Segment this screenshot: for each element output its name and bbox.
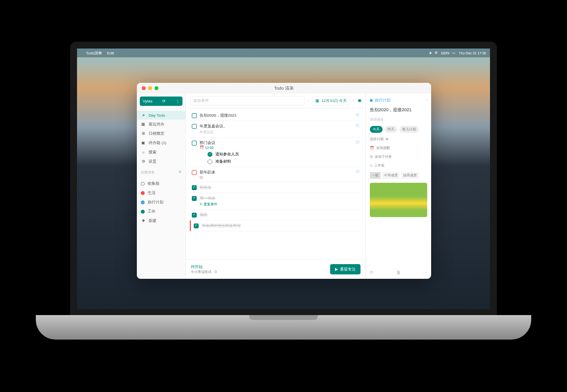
- chevron-right-icon[interactable]: ›: [426, 98, 427, 102]
- delete-icon[interactable]: 🗑: [396, 270, 401, 275]
- wifi-icon[interactable]: ◈: [429, 51, 432, 55]
- checkbox[interactable]: [192, 185, 197, 190]
- checkbox[interactable]: [192, 170, 197, 175]
- dot-icon: [141, 210, 145, 214]
- task-item[interactable]: 晨跑: [190, 210, 361, 220]
- nav-day-todo[interactable]: ☀Day Todo: [137, 111, 185, 120]
- flag-icon[interactable]: [356, 123, 360, 127]
- diamond-icon: ◇: [370, 164, 372, 168]
- checkbox[interactable]: [192, 196, 197, 201]
- task-item[interactable]: 告别2020，迎接2021: [190, 110, 361, 121]
- battery-icon[interactable]: ▭: [452, 51, 456, 55]
- sun-icon: ☀: [141, 113, 146, 118]
- refresh-icon[interactable]: ⟳: [370, 270, 374, 275]
- task-item[interactable]: 部门会议⏰12:00通知参会人员准备材料: [190, 138, 361, 167]
- harvest-text: 今日番茄收成：0: [191, 270, 217, 274]
- subtask-radio[interactable]: [207, 152, 212, 157]
- calendar-icon: ▦: [141, 122, 146, 127]
- task-item[interactable]: 年度复盘会议。年度总结: [190, 121, 361, 138]
- task-item[interactable]: 新年趴体🖼: [190, 167, 361, 182]
- sidebar: Vytas ⟳ ⋮ ☀Day Todo ▦最近待办 ⊞日程概览 ▣待办箱 (1)…: [137, 94, 186, 279]
- repeat-icon: ↻: [200, 202, 203, 206]
- checkbox[interactable]: [192, 213, 197, 218]
- list-life[interactable]: 生活: [137, 188, 185, 197]
- diff-normal[interactable]: 一般: [370, 172, 381, 179]
- diff-high[interactable]: 较高难度: [401, 172, 419, 179]
- flag-icon[interactable]: [356, 140, 360, 144]
- detail-panel: 旅行计划 › 告别2020，迎接2021 添加描述 今天 明天 暂无日期 选择日…: [365, 94, 431, 279]
- add-event-input[interactable]: 添加事件: [190, 96, 305, 105]
- detail-desc[interactable]: 添加描述: [370, 117, 427, 122]
- nav-recent[interactable]: ▦最近待办: [137, 120, 185, 129]
- flag-icon[interactable]: [356, 170, 360, 173]
- chip-today[interactable]: 今天: [370, 126, 383, 133]
- sync-icon[interactable]: ⟳: [162, 99, 166, 103]
- task-item[interactable]: 市场调研报告模板整理: [190, 220, 361, 231]
- focus-icon[interactable]: ✺: [358, 98, 361, 103]
- diff-medium[interactable]: 中等难度: [382, 172, 400, 179]
- laptop-frame: Todo清单 Edit ◈ ⚙ 100% ▭ Thu Dec 31 17:36 …: [36, 42, 531, 350]
- main-panel: 添加事件 ‹ ▦ 12月31日 今天 › ✺ 告别2020，迎接2021 年度复…: [186, 94, 365, 279]
- checkbox[interactable]: [194, 223, 199, 228]
- edit-menu[interactable]: Edit: [107, 51, 114, 55]
- user-badge[interactable]: Vytas ⟳ ⋮: [140, 97, 182, 106]
- task-item[interactable]: 周一例会↻ 重复事件: [190, 193, 361, 210]
- datetime[interactable]: Thu Dec 31 17:36: [459, 51, 486, 55]
- nav-inbox[interactable]: ▣待办箱 (1): [137, 138, 185, 147]
- footer: 待开始 今日番茄收成：0 ▶ 番茄专注: [186, 259, 365, 279]
- subtask-icon: ⊟: [370, 155, 373, 159]
- detail-title[interactable]: 告别2020，迎接2021: [370, 107, 427, 113]
- status-text: 待开始: [191, 264, 217, 270]
- nav-search[interactable]: ⌕搜索: [137, 147, 185, 157]
- list-new[interactable]: ✚新建: [137, 216, 185, 225]
- subtask-radio[interactable]: [207, 159, 212, 164]
- alarm-icon: ⏰: [370, 146, 374, 150]
- dot-icon: [141, 182, 145, 186]
- image-icon: 🖼: [200, 176, 353, 179]
- clock-icon: ⏰: [200, 146, 204, 149]
- menu-icon[interactable]: ⋮: [176, 99, 180, 103]
- next-day-button[interactable]: ›: [353, 98, 355, 103]
- pomodoro-button[interactable]: ▶ 番茄专注: [330, 264, 361, 274]
- prev-day-button[interactable]: ‹: [308, 98, 309, 103]
- window-title: Todo 清单: [274, 85, 294, 92]
- list-work[interactable]: 工作: [137, 207, 185, 216]
- grid-icon: ⊞: [141, 131, 146, 136]
- app-name[interactable]: Todo清单: [86, 50, 102, 56]
- add-list-icon[interactable]: ⚙: [179, 170, 181, 175]
- more-icon[interactable]: ⋯: [423, 270, 427, 275]
- effort-row: ◇工作量: [370, 163, 427, 168]
- attachment-image[interactable]: [370, 183, 427, 217]
- bluetooth-icon[interactable]: ⚙: [435, 51, 438, 55]
- flag-icon[interactable]: [356, 113, 360, 117]
- checkbox[interactable]: [192, 113, 197, 118]
- titlebar: Todo 清单: [137, 83, 431, 94]
- plus-icon: ⊕: [386, 137, 388, 141]
- close-button[interactable]: [142, 86, 146, 90]
- minimize-button[interactable]: [148, 86, 152, 90]
- maximize-button[interactable]: [155, 86, 158, 90]
- date-picker[interactable]: ▦ 12月31日 今天: [312, 96, 350, 105]
- toolbar: 添加事件 ‹ ▦ 12月31日 今天 › ✺: [186, 94, 365, 108]
- inbox-icon: ▣: [141, 141, 146, 146]
- laptop-base: [36, 315, 531, 340]
- checkbox[interactable]: [192, 141, 197, 146]
- checkbox[interactable]: [192, 124, 197, 129]
- reminder-row[interactable]: ⏰添加提醒: [370, 146, 427, 150]
- gear-icon: ⚙: [141, 159, 146, 164]
- chip-nodate[interactable]: 暂无日期: [399, 126, 419, 133]
- chip-tomorrow[interactable]: 明天: [385, 126, 397, 133]
- subtask-row[interactable]: ⊟添加子任务: [370, 154, 427, 159]
- nav-settings[interactable]: ⚙设置: [137, 157, 185, 166]
- date-row[interactable]: 选择日期 ⊕: [370, 137, 427, 142]
- plus-icon: ✚: [141, 219, 146, 223]
- nav-schedule[interactable]: ⊞日程概览: [137, 129, 185, 138]
- screen: Todo清单 Edit ◈ ⚙ 100% ▭ Thu Dec 31 17:36 …: [70, 42, 497, 316]
- app-window: Todo 清单 Vytas ⟳ ⋮ ☀Day Todo ▦最近待办 ⊞日程概览 …: [137, 83, 431, 279]
- dot-icon: [141, 191, 145, 195]
- task-item[interactable]: 取快递: [190, 182, 361, 193]
- list-inbox[interactable]: 收集箱: [137, 179, 185, 188]
- list-travel[interactable]: 旅行计划: [137, 197, 185, 207]
- breadcrumb[interactable]: 旅行计划 ›: [370, 98, 427, 103]
- battery-text: 100%: [440, 51, 449, 55]
